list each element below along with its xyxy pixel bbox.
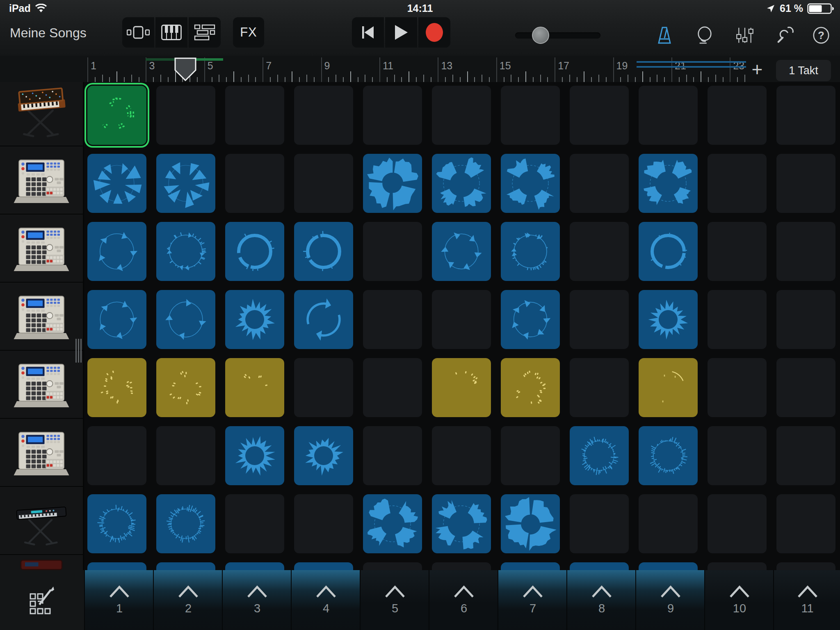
empty-cell-r1c2[interactable] <box>156 86 215 145</box>
empty-cell-r1c6[interactable] <box>432 86 491 145</box>
loop-cell-r5c7[interactable] <box>501 358 560 417</box>
empty-cell-r6c6[interactable] <box>432 426 491 485</box>
loop-cell-r6c9[interactable] <box>639 426 698 485</box>
loop-cell-r7c7[interactable] <box>501 494 560 553</box>
fx-button[interactable]: FX <box>233 17 264 48</box>
tracks-view-button[interactable] <box>189 17 221 48</box>
loop-cell-r3c1[interactable] <box>87 222 146 281</box>
loop-cell-r5c1[interactable] <box>87 358 146 417</box>
mixer-button[interactable] <box>736 26 754 44</box>
empty-cell-r7c4[interactable] <box>294 494 353 553</box>
empty-cell-r5c5[interactable] <box>363 358 422 417</box>
empty-cell-r2c4[interactable] <box>294 154 353 213</box>
empty-cell-r5c8[interactable] <box>570 358 629 417</box>
empty-cell-r7c8[interactable] <box>570 494 629 553</box>
empty-cell-r7c11[interactable] <box>776 494 835 553</box>
loop-cell-r7c2[interactable] <box>156 494 215 553</box>
empty-cell-r5c4[interactable] <box>294 358 353 417</box>
empty-cell-r6c10[interactable] <box>708 426 767 485</box>
empty-cell-r1c8[interactable] <box>570 86 629 145</box>
column-trigger-4[interactable]: 4 <box>291 570 361 630</box>
loop-cell-r2c1[interactable] <box>87 154 146 213</box>
column-trigger-7[interactable]: 7 <box>498 570 567 630</box>
loop-cell-r4c9[interactable] <box>639 290 698 349</box>
empty-cell-r1c3[interactable] <box>225 86 284 145</box>
empty-cell-r4c6[interactable] <box>432 290 491 349</box>
track-header-stage-keyboard[interactable] <box>0 486 83 555</box>
play-button[interactable] <box>385 17 417 48</box>
loop-cell-r4c2[interactable] <box>156 290 215 349</box>
loop-cell-r4c4[interactable] <box>294 290 353 349</box>
empty-cell-r1c11[interactable] <box>776 86 835 145</box>
empty-cell-r7c10[interactable] <box>708 494 767 553</box>
master-volume-slider[interactable] <box>515 32 600 39</box>
grid-edit-button[interactable] <box>0 570 85 630</box>
empty-cell-r4c11[interactable] <box>776 290 835 349</box>
column-trigger-6[interactable]: 6 <box>429 570 498 630</box>
column-trigger-1[interactable]: 1 <box>84 570 154 630</box>
empty-cell-r7c9[interactable] <box>639 494 698 553</box>
empty-cell-r6c1[interactable] <box>87 426 146 485</box>
loop-cell-r3c4[interactable] <box>294 222 353 281</box>
empty-cell-r2c10[interactable] <box>708 154 767 213</box>
empty-cell-r2c8[interactable] <box>570 154 629 213</box>
volume-slider-knob[interactable] <box>532 27 549 44</box>
empty-cell-r4c5[interactable] <box>363 290 422 349</box>
metronome-button[interactable] <box>655 26 673 44</box>
loop-cell-r7c6[interactable] <box>432 494 491 553</box>
loop-cell-r1c1[interactable] <box>87 86 146 145</box>
column-trigger-10[interactable]: 10 <box>704 570 774 630</box>
rewind-button[interactable] <box>352 17 384 48</box>
track-header-drum-machine[interactable] <box>0 418 83 487</box>
empty-cell-r7c3[interactable] <box>225 494 284 553</box>
empty-cell-r1c9[interactable] <box>639 86 698 145</box>
loop-cell-r2c5[interactable] <box>363 154 422 213</box>
loop-cell-r7c5[interactable] <box>363 494 422 553</box>
my-songs-button[interactable]: Meine Songs <box>10 25 87 41</box>
loop-cell-r6c4[interactable] <box>294 426 353 485</box>
loop-cell-r3c2[interactable] <box>156 222 215 281</box>
loop-cell-r6c8[interactable] <box>570 426 629 485</box>
loop-cell-r6c3[interactable] <box>225 426 284 485</box>
column-trigger-11[interactable]: 11 <box>773 570 840 630</box>
empty-cell-r2c11[interactable] <box>776 154 835 213</box>
help-button[interactable]: ? <box>812 26 830 44</box>
empty-cell-r6c5[interactable] <box>363 426 422 485</box>
loop-cell-r2c9[interactable] <box>639 154 698 213</box>
column-trigger-3[interactable]: 3 <box>222 570 292 630</box>
track-header-vintage-synth[interactable] <box>0 78 83 146</box>
empty-cell-r3c11[interactable] <box>776 222 835 281</box>
loop-cell-r4c1[interactable] <box>87 290 146 349</box>
loop-cell-r4c3[interactable] <box>225 290 284 349</box>
empty-cell-r6c2[interactable] <box>156 426 215 485</box>
column-trigger-2[interactable]: 2 <box>153 570 223 630</box>
keyboard-view-button[interactable] <box>155 17 187 48</box>
bar-ruler[interactable]: 1357911131517192123 <box>0 56 840 83</box>
empty-cell-r4c8[interactable] <box>570 290 629 349</box>
loop-cell-r5c9[interactable] <box>639 358 698 417</box>
playhead-marker[interactable] <box>174 57 197 82</box>
empty-cell-r1c5[interactable] <box>363 86 422 145</box>
empty-cell-r1c4[interactable] <box>294 86 353 145</box>
empty-cell-r5c10[interactable] <box>708 358 767 417</box>
loop-cell-r3c7[interactable] <box>501 222 560 281</box>
loop-cell-r2c7[interactable] <box>501 154 560 213</box>
live-loops-view-button[interactable] <box>122 17 154 48</box>
loop-cell-r2c6[interactable] <box>432 154 491 213</box>
empty-cell-r3c8[interactable] <box>570 222 629 281</box>
empty-cell-r1c7[interactable] <box>501 86 560 145</box>
empty-cell-r3c5[interactable] <box>363 222 422 281</box>
empty-cell-r3c10[interactable] <box>708 222 767 281</box>
loop-cell-r5c3[interactable] <box>225 358 284 417</box>
track-header-drum-machine[interactable] <box>0 146 83 215</box>
loop-cell-r5c6[interactable] <box>432 358 491 417</box>
grid-cell-length-button[interactable]: 1 Takt <box>776 60 831 81</box>
empty-cell-r1c10[interactable] <box>708 86 767 145</box>
empty-cell-r6c7[interactable] <box>501 426 560 485</box>
loop-cell-r2c2[interactable] <box>156 154 215 213</box>
loop-cell-r3c3[interactable] <box>225 222 284 281</box>
record-button[interactable] <box>418 17 450 48</box>
track-header-drum-machine[interactable] <box>0 350 83 419</box>
loop-cell-r3c6[interactable] <box>432 222 491 281</box>
empty-cell-r5c11[interactable] <box>776 358 835 417</box>
